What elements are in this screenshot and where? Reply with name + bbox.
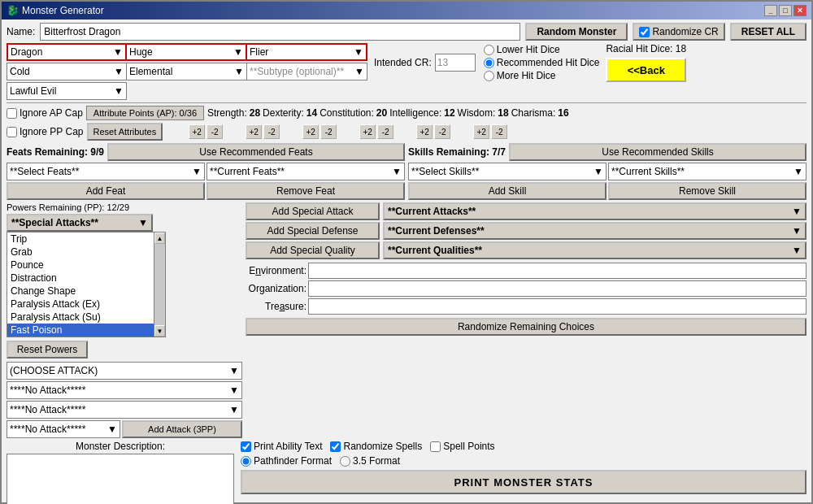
alignment-arrow: ▼	[114, 85, 124, 97]
organization-input[interactable]	[308, 280, 806, 297]
add-attack-button[interactable]: Add Attack (3PP)	[122, 420, 242, 438]
close-button[interactable]: ✕	[793, 5, 806, 16]
random-monster-button[interactable]: Random Monster	[525, 23, 628, 41]
wis-plus-button[interactable]: +2	[416, 124, 433, 139]
int-minus-button[interactable]: -2	[377, 124, 393, 139]
current-qualities-dropdown[interactable]: **Current Qualities** ▼	[383, 241, 806, 259]
powers-item-pounce[interactable]: Pounce	[7, 259, 154, 272]
wis-minus-button[interactable]: -2	[434, 124, 450, 139]
dex-minus-button[interactable]: -2	[263, 124, 280, 139]
title-icon: 🐉	[7, 5, 19, 16]
lower-hd-option[interactable]: Lower Hit Dice	[484, 44, 600, 55]
scroll-track	[154, 244, 165, 325]
treasure-input[interactable]	[308, 298, 806, 315]
dex-plus-button[interactable]: +2	[246, 124, 262, 139]
powers-item-paralysis-ex[interactable]: Paralysis Attack (Ex)	[7, 298, 154, 311]
remove-feat-button[interactable]: Remove Feat	[207, 182, 405, 200]
powers-list-scrollbar[interactable]: ▲ ▼	[154, 232, 165, 337]
powers-item-change-shape[interactable]: Change Shape	[7, 285, 154, 298]
pathfinder-format-container[interactable]: Pathfinder Format	[241, 455, 332, 467]
randomize-spells-checkbox[interactable]	[330, 441, 341, 452]
reset-all-button[interactable]: RESET ALL	[730, 23, 806, 41]
size-dropdown-1[interactable]: Huge ▼	[127, 43, 247, 61]
reset-powers-button[interactable]: Reset Powers	[7, 341, 88, 358]
print-ability-text-checkbox[interactable]	[241, 441, 251, 452]
name-input[interactable]: Bitterfrost Dragon	[40, 23, 520, 41]
powers-item-grab[interactable]: Grab	[7, 245, 154, 259]
subtype-dropdown-1[interactable]: Flier ▼	[247, 43, 367, 61]
monster-description-textarea[interactable]	[7, 454, 234, 504]
current-skills-dropdown[interactable]: **Current Skills** ▼	[608, 163, 806, 180]
more-hd-radio[interactable]	[484, 71, 494, 81]
attack-row-2[interactable]: ****No Attack***** ▼	[7, 401, 242, 419]
con-minus-button[interactable]: -2	[320, 124, 337, 139]
randomize-cr-container[interactable]: Randomize CR	[633, 23, 724, 41]
cr-input[interactable]	[435, 54, 476, 72]
lower-hd-radio[interactable]	[484, 45, 494, 55]
int-plus-button[interactable]: +2	[359, 124, 376, 139]
ignore-ap-container[interactable]: Ignore AP Cap	[7, 107, 83, 119]
minimize-button[interactable]: _	[764, 5, 777, 16]
powers-item-paralysis-su[interactable]: Paralysis Attack (Su)	[7, 311, 154, 324]
type-dropdown-1[interactable]: Dragon ▼	[7, 43, 127, 61]
cha-plus-button[interactable]: +2	[473, 124, 489, 139]
powers-item-trip[interactable]: Trip	[7, 232, 154, 245]
special-attacks-dropdown[interactable]: **Special Attacks** ▼	[7, 214, 153, 232]
lower-hd-label: Lower Hit Dice	[497, 44, 560, 55]
alignment-dropdown[interactable]: Lawful Evil ▼	[7, 82, 127, 100]
randomize-cr-checkbox[interactable]	[639, 27, 650, 37]
cha-minus-button[interactable]: -2	[491, 124, 507, 139]
format-35-container[interactable]: 3.5 Format	[340, 455, 400, 467]
format-35-radio[interactable]	[340, 456, 350, 467]
randomize-spells-container[interactable]: Randomize Spells	[330, 441, 422, 452]
subtype-dropdown-elemental[interactable]: Elemental ▼	[127, 63, 247, 80]
add-special-defense-button[interactable]: Add Special Defense	[246, 222, 380, 240]
print-ability-text-container[interactable]: Print Ability Text	[241, 441, 322, 452]
more-hd-option[interactable]: More Hit Dice	[484, 70, 600, 81]
window: 🐉 Monster Generator _ □ ✕ Name: Bitterfr…	[0, 0, 813, 504]
cr-label: Intended CR:	[374, 57, 432, 68]
print-monster-stats-button[interactable]: PRINT MONSTER STATS	[241, 470, 806, 494]
select-feats-dropdown[interactable]: **Select Feats** ▼	[7, 163, 205, 180]
current-feats-dropdown[interactable]: **Current Feats** ▼	[207, 163, 405, 180]
scroll-up-arrow[interactable]: ▲	[154, 232, 165, 244]
ignore-ap-checkbox[interactable]	[7, 108, 17, 119]
add-feat-button[interactable]: Add Feat	[7, 182, 205, 200]
powers-item-distraction[interactable]: Distraction	[7, 272, 154, 285]
environment-input[interactable]	[308, 263, 806, 279]
ignore-pp-checkbox[interactable]	[7, 127, 17, 137]
spell-points-container[interactable]: Spell Points	[430, 441, 494, 452]
recommended-hd-option[interactable]: Recommended Hit Dice	[484, 57, 600, 68]
subtype-dropdown-optional[interactable]: **Subtype (optional)** ▼	[247, 63, 367, 80]
add-special-attack-button[interactable]: Add Special Attack	[246, 202, 380, 220]
reset-attributes-button[interactable]: Reset Attributes	[87, 123, 163, 141]
title-bar-left: 🐉 Monster Generator	[7, 5, 104, 16]
subtype-dropdown-cold[interactable]: Cold ▼	[7, 63, 127, 80]
select-skills-dropdown[interactable]: **Select Skills** ▼	[408, 163, 606, 180]
str-label: Strength:	[207, 107, 247, 119]
type-1-arrow: ▼	[113, 46, 123, 58]
pathfinder-format-radio[interactable]	[241, 456, 251, 467]
use-recommended-skills-button[interactable]: Use Recommended Skills	[509, 143, 806, 161]
use-recommended-feats-button[interactable]: Use Recommended Feats	[107, 143, 405, 161]
attack-row-3[interactable]: ****No Attack***** ▼	[7, 420, 120, 438]
randomize-remaining-button[interactable]: Randomize Remaining Choices	[246, 318, 806, 336]
ignore-pp-container[interactable]: Ignore PP Cap	[7, 126, 84, 137]
spell-points-checkbox[interactable]	[430, 441, 441, 452]
recommended-hd-radio[interactable]	[484, 58, 494, 68]
current-attacks-dropdown[interactable]: **Current Attacks** ▼	[383, 202, 806, 220]
scroll-down-arrow[interactable]: ▼	[154, 325, 165, 337]
maximize-button[interactable]: □	[779, 5, 792, 16]
choose-attack-dropdown[interactable]: (CHOOSE ATTACK) ▼	[7, 362, 242, 380]
powers-item-fast-poison[interactable]: Fast Poison	[7, 324, 154, 337]
attack-row-1[interactable]: ****No Attack***** ▼	[7, 381, 242, 399]
remove-skill-button[interactable]: Remove Skill	[608, 182, 806, 200]
con-plus-button[interactable]: +2	[302, 124, 319, 139]
str-minus-button[interactable]: -2	[207, 124, 223, 139]
current-defenses-dropdown[interactable]: **Current Defenses** ▼	[383, 222, 806, 240]
organization-label: Organization:	[246, 283, 307, 294]
add-skill-button[interactable]: Add Skill	[408, 182, 606, 200]
back-button[interactable]: <<Back	[606, 58, 686, 82]
add-special-quality-button[interactable]: Add Special Quality	[246, 241, 380, 259]
str-plus-button[interactable]: +2	[189, 124, 205, 139]
